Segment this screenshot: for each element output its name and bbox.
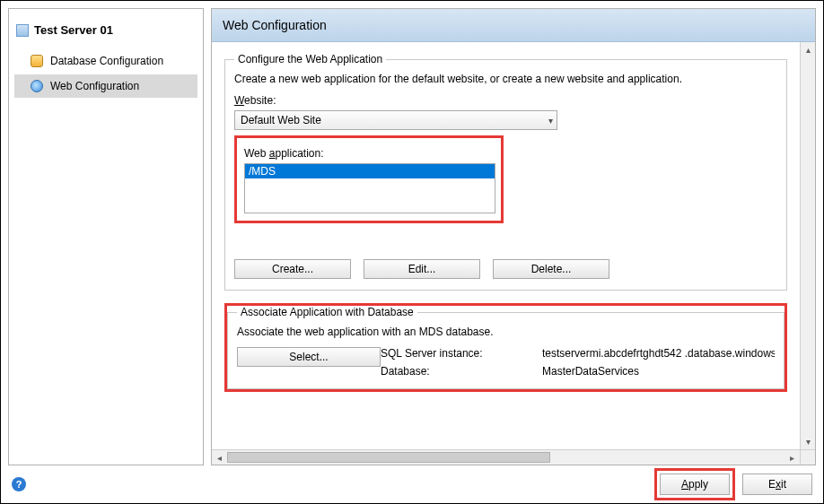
select-button[interactable]: Select... [237, 347, 381, 367]
content-pane: Web Configuration Configure the Web Appl… [211, 8, 816, 465]
scroll-corner [800, 449, 815, 465]
config-manager-window: Test Server 01 Database Configuration We… [0, 0, 824, 504]
main-row: Test Server 01 Database Configuration We… [1, 1, 823, 465]
sql-instance-value: testservermi.abcdefrtghdt542 .database.w… [542, 347, 775, 360]
delete-button[interactable]: Delete... [493, 259, 609, 279]
highlight-webapp: Web application: /MDS [234, 135, 504, 223]
server-name-label: Test Server 01 [34, 23, 113, 37]
hscroll-row: ◂ ▸ [212, 449, 815, 465]
associate-grid: Select... SQL Server instance: testserve… [237, 347, 775, 378]
highlight-associate: Associate Application with Database Asso… [224, 303, 787, 392]
group-configure-web-app: Configure the Web Application Create a n… [224, 53, 787, 291]
apply-button[interactable]: Apply [660, 474, 730, 495]
content-title: Web Configuration [212, 9, 815, 42]
scroll-right-arrow[interactable]: ▸ [785, 450, 800, 465]
webapp-label: Web application: [244, 147, 494, 160]
create-button[interactable]: Create... [234, 259, 351, 279]
horizontal-scrollbar[interactable]: ◂ ▸ [212, 449, 800, 465]
sidebar-item-web-configuration[interactable]: Web Configuration [14, 74, 197, 98]
scroll-down-arrow[interactable]: ▾ [801, 434, 815, 449]
webapp-listbox[interactable]: /MDS [244, 163, 495, 213]
scroll-thumb[interactable] [227, 452, 550, 463]
website-dropdown[interactable]: Default Web Site ▾ [234, 110, 557, 130]
webapp-list-item[interactable]: /MDS [245, 164, 495, 178]
help-icon[interactable]: ? [12, 477, 26, 491]
web-icon [31, 80, 43, 92]
sql-instance-label: SQL Server instance: [381, 347, 542, 360]
highlight-apply: Apply [654, 468, 735, 500]
webapp-button-row: Create... Edit... Delete... [234, 259, 777, 279]
scroll-left-arrow[interactable]: ◂ [212, 450, 227, 465]
database-value: MasterDataServices [542, 365, 775, 378]
edit-button[interactable]: Edit... [364, 259, 480, 279]
database-label: Database: [381, 365, 542, 378]
group-associate-database: Associate Application with Database Asso… [227, 306, 785, 389]
content-body-wrap: Configure the Web Application Create a n… [212, 42, 815, 449]
group-legend: Associate Application with Database [237, 306, 417, 318]
website-dropdown-value: Default Web Site [241, 114, 321, 126]
associate-description: Associate the web application with an MD… [237, 326, 775, 338]
group-legend: Configure the Web Application [234, 53, 386, 65]
sidebar-item-label: Web Configuration [50, 80, 139, 92]
sidebar-item-label: Database Configuration [50, 55, 163, 67]
server-icon [16, 24, 29, 37]
exit-button[interactable]: Exit [742, 474, 812, 495]
vertical-scrollbar[interactable]: ▴ ▾ [800, 42, 815, 449]
sidebar-item-database-configuration[interactable]: Database Configuration [14, 49, 197, 73]
sidebar: Test Server 01 Database Configuration We… [8, 8, 204, 465]
configure-description: Create a new web application for the def… [234, 73, 777, 85]
chevron-down-icon: ▾ [548, 116, 553, 126]
bottom-bar: ? Apply Exit [1, 465, 823, 503]
database-icon [31, 55, 43, 67]
server-node[interactable]: Test Server 01 [14, 22, 197, 48]
website-label: Website: [234, 94, 777, 107]
scroll-up-arrow[interactable]: ▴ [801, 42, 815, 57]
content-body: Configure the Web Application Create a n… [212, 42, 800, 449]
